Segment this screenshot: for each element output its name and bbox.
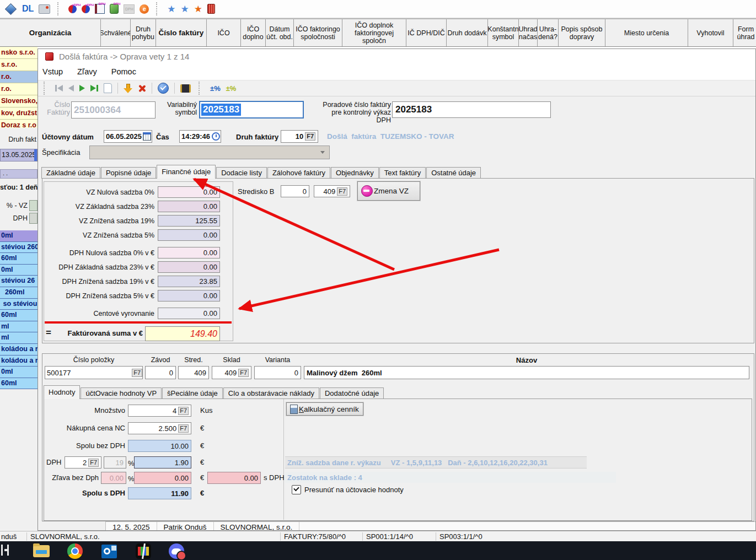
tab[interactable]: Objednávky bbox=[331, 167, 379, 179]
sklad-field[interactable]: 409 F7 bbox=[212, 366, 251, 379]
ok-icon[interactable] bbox=[158, 83, 169, 94]
org-row[interactable]: r.o. bbox=[0, 83, 37, 95]
grid-column-header[interactable]: Druh pohybu bbox=[131, 19, 156, 46]
org-row[interactable]: r.o. bbox=[0, 71, 37, 83]
discount-with-vat-field[interactable]: 0.00 bbox=[207, 472, 261, 484]
finance-row-field[interactable]: 0.00 bbox=[158, 186, 220, 198]
grid-column-header[interactable]: Organizácia bbox=[0, 19, 101, 46]
grid-column-header[interactable]: Form úhrad bbox=[733, 19, 756, 46]
tab[interactable]: Hodnoty bbox=[44, 385, 80, 399]
barrel-icon[interactable] bbox=[207, 4, 215, 14]
star-fire-icon[interactable]: ★ bbox=[194, 4, 202, 14]
varianta-field[interactable]: 0 bbox=[254, 366, 301, 379]
tab[interactable]: Text faktúry bbox=[379, 167, 426, 179]
book-dph-icon[interactable] bbox=[95, 4, 105, 14]
tab[interactable]: Dodacie listy bbox=[216, 167, 267, 179]
list-item[interactable]: 60ml bbox=[0, 378, 37, 390]
tab[interactable]: účtOvacie hodnoty VP bbox=[81, 387, 162, 399]
menu-pomoc[interactable]: Pomoc bbox=[111, 67, 136, 76]
list-item[interactable]: so stéviou bbox=[0, 299, 37, 310]
grid-column-header[interactable]: Schválené bbox=[101, 19, 131, 46]
checkbox-checked-icon[interactable] bbox=[292, 485, 301, 494]
calculation-pricelist-button[interactable]: Kalkulačný cenník bbox=[286, 402, 363, 416]
list-item[interactable]: koládou a r bbox=[0, 344, 37, 356]
list-item[interactable]: ml bbox=[0, 321, 37, 333]
zmena-vz-button[interactable]: Zmena VZ bbox=[357, 181, 420, 201]
clock-icon[interactable] bbox=[212, 132, 220, 141]
f7-badge[interactable]: F7 bbox=[337, 187, 347, 196]
tab[interactable]: Základné údaje bbox=[41, 167, 100, 179]
accounting-date-field[interactable]: 06.05.2025 bbox=[104, 130, 152, 143]
zavod-field[interactable]: 0 bbox=[145, 366, 176, 379]
tab[interactable]: Popisné údaje bbox=[101, 167, 156, 179]
variable-symbol-field[interactable]: 2025183 bbox=[199, 101, 304, 119]
list-item[interactable]: 60ml bbox=[0, 310, 37, 321]
list-item[interactable]: 0ml bbox=[0, 230, 37, 242]
grid-column-header[interactable]: IČO doplno bbox=[241, 19, 266, 46]
grid-column-header[interactable]: Číslo faktúry bbox=[156, 19, 207, 46]
xdph-icon-2[interactable] bbox=[82, 5, 90, 13]
tab[interactable]: šPeciálne údaje bbox=[162, 387, 223, 399]
stredisko-field-1[interactable]: 0 bbox=[281, 185, 309, 197]
next-record-icon[interactable] bbox=[79, 85, 85, 91]
xdph-icon-1[interactable] bbox=[68, 5, 77, 13]
grid-column-header[interactable]: Popis spôsob dopravy bbox=[559, 19, 605, 46]
grid-column-header[interactable]: Uhra- dená? bbox=[538, 19, 559, 46]
discount-amount-field[interactable]: 0.00 bbox=[134, 472, 191, 484]
finance-row-field[interactable]: 0.00 bbox=[158, 308, 220, 319]
stred-field[interactable]: 409 bbox=[178, 366, 209, 379]
prev-record-icon[interactable] bbox=[68, 85, 74, 91]
grid-column-header[interactable]: Uhrad načas bbox=[519, 19, 538, 46]
finance-row-field[interactable]: 0.00 bbox=[158, 247, 220, 259]
star-blue-icon-2[interactable]: ★ bbox=[181, 4, 189, 14]
invoice-number-field[interactable]: 251000364 bbox=[71, 101, 156, 119]
list-item[interactable]: stéviou 26 bbox=[0, 276, 37, 287]
f7-badge[interactable]: F7 bbox=[305, 132, 315, 141]
list-item[interactable]: 0ml bbox=[0, 265, 37, 276]
item-name-field[interactable]: Malinový džem 260ml bbox=[304, 366, 749, 379]
quantity-field[interactable]: 4 F7 bbox=[128, 405, 191, 417]
color-app-icon[interactable] bbox=[136, 543, 151, 559]
menu-vstup[interactable]: Vstup bbox=[42, 67, 63, 76]
f7-badge[interactable]: F7 bbox=[178, 407, 189, 415]
file-explorer-icon[interactable] bbox=[33, 545, 50, 557]
f7-badge[interactable]: F7 bbox=[132, 369, 142, 377]
list-item[interactable]: stéviou 260 bbox=[0, 242, 37, 254]
finance-row-field[interactable]: 23.85 bbox=[158, 276, 220, 287]
bg-empty-date-field[interactable]: . . bbox=[0, 169, 37, 179]
tab[interactable]: Finančné údaje bbox=[157, 165, 216, 179]
first-record-icon[interactable] bbox=[55, 85, 63, 91]
list-item[interactable]: koládou a r bbox=[0, 356, 37, 367]
grid-column-header[interactable]: IČ DPH/DIČ bbox=[406, 19, 447, 46]
f7-badge[interactable]: F7 bbox=[88, 459, 99, 467]
finance-row-field[interactable]: 0.00 bbox=[158, 201, 220, 212]
insert-icon[interactable] bbox=[124, 84, 132, 93]
invoiced-total-field[interactable]: 149.40 bbox=[145, 326, 220, 341]
list-item[interactable]: 260ml bbox=[0, 287, 37, 299]
percent-plus-icon[interactable]: ±% bbox=[210, 84, 221, 93]
grid-column-header[interactable]: Vyhotovil bbox=[688, 19, 733, 46]
list-item[interactable]: 0ml bbox=[0, 367, 37, 378]
finance-row-field[interactable]: 0.00 bbox=[158, 229, 220, 241]
taskbar-app-icon[interactable] bbox=[1, 545, 9, 556]
dph-sequence-field[interactable]: 2025183 bbox=[392, 101, 551, 118]
org-row[interactable]: Slovensko, bbox=[0, 95, 37, 107]
item-number-field[interactable]: 500177 F7 bbox=[45, 366, 143, 379]
discord-icon[interactable] bbox=[169, 543, 184, 559]
specification-dropdown[interactable] bbox=[89, 146, 330, 159]
finance-row-field[interactable]: 0.00 bbox=[158, 290, 220, 301]
org-row[interactable]: nsko s.r.o. bbox=[0, 47, 37, 59]
grid-column-header[interactable]: IČO faktoringo spoločnosti bbox=[294, 19, 342, 46]
new-record-icon[interactable] bbox=[104, 83, 112, 93]
chip-icon[interactable] bbox=[180, 84, 191, 93]
grid-column-header[interactable]: Miesto určenia bbox=[605, 19, 688, 46]
vat-amount-field[interactable]: 1.90 bbox=[134, 456, 191, 469]
finance-row-field[interactable]: 0.00 bbox=[158, 261, 220, 273]
grid-column-header[interactable]: Druh dodávk bbox=[447, 19, 488, 46]
purchase-price-field[interactable]: 2.500 F7 bbox=[128, 422, 191, 434]
tab[interactable]: Zálohové faktúry bbox=[267, 167, 330, 179]
tab[interactable]: Ostatné údaje bbox=[426, 167, 481, 179]
org-row[interactable]: s.r.o. bbox=[0, 59, 37, 71]
finance-row-field[interactable]: 125.55 bbox=[158, 215, 220, 227]
total-with-vat-field[interactable]: 11.90 bbox=[128, 487, 191, 499]
